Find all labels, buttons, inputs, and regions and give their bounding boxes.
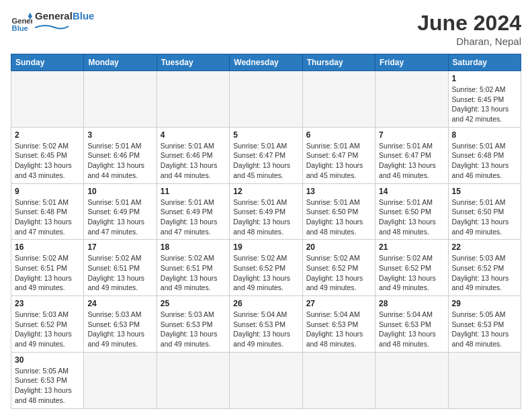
- logo: General Blue GeneralBlue: [11, 11, 94, 34]
- day-number: 11: [161, 187, 226, 196]
- day-info: Sunrise: 5:01 AM Sunset: 6:48 PM Dayligh…: [15, 197, 80, 237]
- calendar-day-cell: [302, 352, 375, 408]
- day-info: Sunrise: 5:01 AM Sunset: 6:49 PM Dayligh…: [87, 197, 152, 237]
- calendar-day-cell: 27Sunrise: 5:04 AM Sunset: 6:53 PM Dayli…: [302, 296, 375, 353]
- day-number: 24: [87, 299, 152, 308]
- calendar-day-cell: 18Sunrise: 5:02 AM Sunset: 6:51 PM Dayli…: [157, 240, 229, 296]
- calendar-day-cell: [230, 71, 302, 128]
- calendar-day-cell: [230, 352, 302, 408]
- weekday-header-sunday: Sunday: [11, 54, 84, 71]
- day-info: Sunrise: 5:02 AM Sunset: 6:45 PM Dayligh…: [15, 141, 80, 181]
- day-info: Sunrise: 5:02 AM Sunset: 6:51 PM Dayligh…: [87, 253, 152, 293]
- calendar-day-cell: [375, 71, 448, 128]
- calendar-week-row: 30Sunrise: 5:05 AM Sunset: 6:53 PM Dayli…: [11, 352, 521, 408]
- calendar-day-cell: [84, 71, 157, 128]
- calendar-day-cell: [11, 71, 84, 128]
- calendar-day-cell: [375, 352, 448, 408]
- day-info: Sunrise: 5:01 AM Sunset: 6:47 PM Dayligh…: [233, 141, 298, 181]
- title-block: June 2024 Dharan, Nepal: [417, 11, 521, 47]
- day-info: Sunrise: 5:02 AM Sunset: 6:51 PM Dayligh…: [15, 253, 80, 293]
- weekday-header-saturday: Saturday: [448, 54, 521, 71]
- day-info: Sunrise: 5:01 AM Sunset: 6:50 PM Dayligh…: [379, 197, 444, 237]
- calendar-day-cell: [157, 352, 229, 408]
- calendar-day-cell: 29Sunrise: 5:05 AM Sunset: 6:53 PM Dayli…: [448, 296, 521, 353]
- day-number: 10: [87, 187, 152, 196]
- calendar-day-cell: 3Sunrise: 5:01 AM Sunset: 6:46 PM Daylig…: [84, 127, 157, 183]
- day-number: 23: [15, 299, 80, 308]
- day-info: Sunrise: 5:03 AM Sunset: 6:52 PM Dayligh…: [15, 310, 80, 349]
- day-number: 8: [452, 130, 517, 140]
- calendar-day-cell: 23Sunrise: 5:03 AM Sunset: 6:52 PM Dayli…: [11, 296, 84, 353]
- day-info: Sunrise: 5:04 AM Sunset: 6:53 PM Dayligh…: [306, 310, 371, 349]
- day-info: Sunrise: 5:01 AM Sunset: 6:50 PM Dayligh…: [306, 197, 371, 237]
- day-info: Sunrise: 5:01 AM Sunset: 6:50 PM Dayligh…: [452, 197, 517, 237]
- day-number: 16: [15, 242, 80, 252]
- calendar-day-cell: 12Sunrise: 5:01 AM Sunset: 6:49 PM Dayli…: [230, 183, 302, 240]
- day-info: Sunrise: 5:03 AM Sunset: 6:53 PM Dayligh…: [161, 310, 226, 349]
- day-info: Sunrise: 5:04 AM Sunset: 6:53 PM Dayligh…: [379, 310, 444, 349]
- calendar-day-cell: 30Sunrise: 5:05 AM Sunset: 6:53 PM Dayli…: [11, 352, 84, 408]
- day-number: 13: [306, 187, 371, 196]
- calendar-day-cell: 20Sunrise: 5:02 AM Sunset: 6:52 PM Dayli…: [302, 240, 375, 296]
- location-title: Dharan, Nepal: [417, 36, 521, 47]
- day-info: Sunrise: 5:05 AM Sunset: 6:53 PM Dayligh…: [15, 366, 80, 406]
- calendar-day-cell: 21Sunrise: 5:02 AM Sunset: 6:52 PM Dayli…: [375, 240, 448, 296]
- day-number: 2: [15, 130, 80, 140]
- calendar-day-cell: 8Sunrise: 5:01 AM Sunset: 6:48 PM Daylig…: [448, 127, 521, 183]
- day-info: Sunrise: 5:02 AM Sunset: 6:52 PM Dayligh…: [379, 253, 444, 293]
- day-number: 27: [306, 299, 371, 308]
- day-number: 17: [87, 242, 152, 252]
- calendar-week-row: 16Sunrise: 5:02 AM Sunset: 6:51 PM Dayli…: [11, 240, 521, 296]
- calendar-day-cell: 14Sunrise: 5:01 AM Sunset: 6:50 PM Dayli…: [375, 183, 448, 240]
- logo-icon: General Blue: [11, 11, 32, 33]
- calendar-day-cell: 13Sunrise: 5:01 AM Sunset: 6:50 PM Dayli…: [302, 183, 375, 240]
- calendar-day-cell: 6Sunrise: 5:01 AM Sunset: 6:47 PM Daylig…: [302, 127, 375, 183]
- day-number: 29: [452, 299, 517, 308]
- day-number: 26: [233, 299, 298, 308]
- calendar-week-row: 23Sunrise: 5:03 AM Sunset: 6:52 PM Dayli…: [11, 296, 521, 353]
- logo-blue: Blue: [73, 10, 95, 21]
- weekday-header-monday: Monday: [84, 54, 157, 71]
- day-number: 20: [306, 242, 371, 252]
- day-number: 25: [161, 299, 226, 308]
- svg-text:Blue: Blue: [12, 24, 28, 32]
- calendar-day-cell: 19Sunrise: 5:02 AM Sunset: 6:52 PM Dayli…: [230, 240, 302, 296]
- calendar-day-cell: 9Sunrise: 5:01 AM Sunset: 6:48 PM Daylig…: [11, 183, 84, 240]
- weekday-header-friday: Friday: [375, 54, 448, 71]
- day-info: Sunrise: 5:03 AM Sunset: 6:52 PM Dayligh…: [452, 253, 517, 293]
- svg-marker-3: [28, 13, 32, 17]
- calendar-week-row: 2Sunrise: 5:02 AM Sunset: 6:45 PM Daylig…: [11, 127, 521, 183]
- day-number: 28: [379, 299, 444, 308]
- day-info: Sunrise: 5:02 AM Sunset: 6:45 PM Dayligh…: [452, 85, 517, 124]
- calendar-day-cell: 28Sunrise: 5:04 AM Sunset: 6:53 PM Dayli…: [375, 296, 448, 353]
- calendar-day-cell: 24Sunrise: 5:03 AM Sunset: 6:53 PM Dayli…: [84, 296, 157, 353]
- day-number: 21: [379, 242, 444, 252]
- calendar-day-cell: [84, 352, 157, 408]
- calendar-day-cell: 2Sunrise: 5:02 AM Sunset: 6:45 PM Daylig…: [11, 127, 84, 183]
- calendar-day-cell: [157, 71, 229, 128]
- day-number: 19: [233, 242, 298, 252]
- calendar-day-cell: 26Sunrise: 5:04 AM Sunset: 6:53 PM Dayli…: [230, 296, 302, 353]
- calendar-day-cell: 17Sunrise: 5:02 AM Sunset: 6:51 PM Dayli…: [84, 240, 157, 296]
- logo-general: General: [35, 10, 73, 21]
- calendar-day-cell: 25Sunrise: 5:03 AM Sunset: 6:53 PM Dayli…: [157, 296, 229, 353]
- calendar-day-cell: 10Sunrise: 5:01 AM Sunset: 6:49 PM Dayli…: [84, 183, 157, 240]
- day-info: Sunrise: 5:05 AM Sunset: 6:53 PM Dayligh…: [452, 310, 517, 349]
- calendar-week-row: 9Sunrise: 5:01 AM Sunset: 6:48 PM Daylig…: [11, 183, 521, 240]
- day-number: 12: [233, 187, 298, 196]
- day-number: 18: [161, 242, 226, 252]
- day-number: 14: [379, 187, 444, 196]
- calendar-day-cell: 22Sunrise: 5:03 AM Sunset: 6:52 PM Dayli…: [448, 240, 521, 296]
- day-info: Sunrise: 5:04 AM Sunset: 6:53 PM Dayligh…: [233, 310, 298, 349]
- logo-swoosh: [35, 24, 69, 32]
- calendar-week-row: 1Sunrise: 5:02 AM Sunset: 6:45 PM Daylig…: [11, 71, 521, 128]
- calendar-day-cell: 11Sunrise: 5:01 AM Sunset: 6:49 PM Dayli…: [157, 183, 229, 240]
- day-info: Sunrise: 5:01 AM Sunset: 6:46 PM Dayligh…: [161, 141, 226, 181]
- day-number: 4: [161, 130, 226, 140]
- calendar-day-cell: 1Sunrise: 5:02 AM Sunset: 6:45 PM Daylig…: [448, 71, 521, 128]
- calendar-day-cell: [302, 71, 375, 128]
- day-info: Sunrise: 5:01 AM Sunset: 6:47 PM Dayligh…: [306, 141, 371, 181]
- day-info: Sunrise: 5:02 AM Sunset: 6:51 PM Dayligh…: [161, 253, 226, 293]
- calendar-day-cell: 4Sunrise: 5:01 AM Sunset: 6:46 PM Daylig…: [157, 127, 229, 183]
- day-number: 5: [233, 130, 298, 140]
